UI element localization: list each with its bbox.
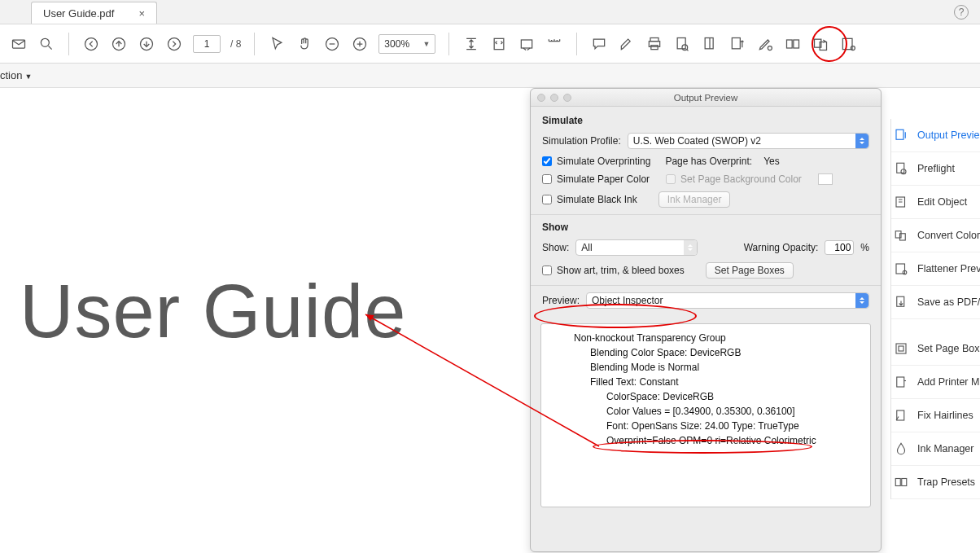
right-item-set-page-box[interactable]: Set Page Box <box>891 332 980 366</box>
svg-rect-16 <box>733 37 741 48</box>
fit-page-icon[interactable] <box>490 35 508 53</box>
right-item-trap-presets[interactable]: Trap Presets <box>891 466 980 499</box>
document-title-text: User Guide <box>20 269 406 354</box>
set-page-boxes-button[interactable]: Set Page Boxes <box>706 262 794 279</box>
zoom-select[interactable]: 300% ▼ <box>378 34 435 54</box>
right-tools-pane: Output Previe Preflight Edit Object Conv… <box>890 119 980 499</box>
select-stepper-icon <box>684 240 697 255</box>
preview-select[interactable]: Object Inspector <box>586 292 869 309</box>
inspector-line: Color Values = [0.34900, 0.35300, 0.3610… <box>606 404 862 419</box>
document-tab[interactable]: User Guide.pdf × <box>31 2 157 24</box>
fit-width-icon[interactable] <box>518 35 536 53</box>
right-item-edit-object[interactable]: Edit Object <box>891 186 980 219</box>
page-total-label: / 8 <box>230 38 241 50</box>
svg-point-1 <box>41 38 49 46</box>
right-item-label: Set Page Box <box>917 343 979 354</box>
comment-icon[interactable] <box>590 35 608 53</box>
first-page-icon[interactable] <box>82 35 100 53</box>
save-pdf-icon <box>893 294 909 310</box>
tab-strip: User Guide.pdf × ? <box>0 0 980 24</box>
tab-close-icon[interactable]: × <box>138 7 145 20</box>
sim-profile-value: U.S. Web Coated (SWOP) v2 <box>633 135 761 147</box>
print-icon[interactable] <box>645 35 663 53</box>
trap-icon <box>893 474 909 490</box>
measure-icon[interactable] <box>545 35 563 53</box>
right-item-save-as[interactable]: Save as PDF/ <box>891 286 980 319</box>
output-preview-icon <box>893 127 909 143</box>
inspector-line: Blending Color Space: DeviceRGB <box>590 345 862 360</box>
top-toolbar: / 8 300% ▼ <box>0 24 980 64</box>
convert-icon[interactable] <box>812 35 829 53</box>
sim-paper-label: Simulate Paper Color <box>557 173 650 185</box>
select-stepper-icon <box>855 293 868 308</box>
right-item-label: Output Previe <box>917 129 979 141</box>
right-item-ink-manager[interactable]: Ink Manager <box>891 432 980 466</box>
show-label: Show: <box>542 242 569 253</box>
bg-color-swatch <box>818 173 833 185</box>
panel-titlebar[interactable]: Output Preview <box>531 89 881 107</box>
svg-point-23 <box>851 46 855 50</box>
pointer-tool-icon[interactable] <box>268 35 286 53</box>
sim-profile-select[interactable]: U.S. Web Coated (SWOP) v2 <box>628 133 869 149</box>
right-item-fix-hairlines[interactable]: Fix Hairlines <box>891 399 980 432</box>
highlight-icon[interactable] <box>618 35 636 53</box>
svg-point-5 <box>168 37 181 50</box>
sim-black-checkbox[interactable] <box>542 195 552 204</box>
right-item-convert-colors[interactable]: Convert Color <box>891 219 980 252</box>
right-item-output-preview[interactable]: Output Previe <box>891 119 980 152</box>
show-section-label: Show <box>542 222 869 233</box>
svg-point-14 <box>682 44 688 50</box>
page-number-input[interactable] <box>193 35 221 53</box>
sim-overprint-label: Simulate Overprinting <box>557 156 650 167</box>
svg-rect-13 <box>678 37 686 48</box>
chevron-down-icon: ▼ <box>422 40 430 48</box>
svg-point-26 <box>901 169 906 174</box>
right-item-preflight[interactable]: Preflight <box>891 152 980 186</box>
right-item-flattener[interactable]: Flattener Prev <box>891 252 980 286</box>
right-item-label: Flattener Prev <box>917 263 980 274</box>
right-item-label: Preflight <box>917 163 955 174</box>
edit-object-icon <box>893 194 909 210</box>
preflight-icon <box>893 160 909 177</box>
edit-tool-icon[interactable] <box>756 35 774 53</box>
prev-page-icon[interactable] <box>110 35 128 53</box>
email-icon[interactable] <box>10 35 28 53</box>
show-boxes-checkbox[interactable] <box>542 266 552 275</box>
help-icon[interactable]: ? <box>954 5 969 20</box>
tab-file-name: User Guide.pdf <box>43 7 114 20</box>
zoom-in-icon[interactable] <box>351 35 369 53</box>
right-item-label: Fix Hairlines <box>917 410 973 421</box>
page-overprint-label: Page has Overprint: <box>665 156 752 167</box>
svg-rect-0 <box>13 40 25 48</box>
page-box-icon <box>893 340 909 357</box>
show-select[interactable]: All <box>575 239 698 256</box>
svg-rect-35 <box>897 377 904 387</box>
last-page-icon[interactable] <box>165 35 183 53</box>
search-icon[interactable] <box>37 35 55 53</box>
set-bg-label: Set Page Background Color <box>680 173 802 185</box>
preview-value: Object Inspector <box>592 295 663 306</box>
warning-opacity-input[interactable] <box>825 240 854 255</box>
set-bg-checkbox <box>666 174 676 184</box>
right-item-label: Edit Object <box>917 196 967 208</box>
compare-icon[interactable] <box>784 35 802 53</box>
svg-rect-25 <box>897 163 904 173</box>
select-stepper-icon <box>855 134 868 148</box>
right-item-add-printer[interactable]: Add Printer M <box>891 366 980 399</box>
output-preview-tool-icon[interactable] <box>728 35 746 53</box>
ink-manager-button[interactable]: Ink Manager <box>658 191 731 208</box>
sim-paper-checkbox[interactable] <box>542 174 552 184</box>
svg-rect-8 <box>495 38 505 49</box>
hand-tool-icon[interactable] <box>295 35 313 53</box>
svg-rect-12 <box>651 45 658 49</box>
fit-vertical-icon[interactable] <box>462 35 480 53</box>
sim-overprint-checkbox[interactable] <box>542 156 552 166</box>
action-menu[interactable]: ction▼ <box>0 69 32 81</box>
next-page-icon[interactable] <box>138 35 155 53</box>
zoom-out-icon[interactable] <box>323 35 341 53</box>
preflight-tool-icon[interactable] <box>673 35 691 53</box>
page-quality-icon[interactable] <box>701 35 719 53</box>
right-item-label: Convert Color <box>917 230 980 241</box>
flatten-icon[interactable] <box>839 35 857 53</box>
printer-marks-icon <box>893 374 909 390</box>
